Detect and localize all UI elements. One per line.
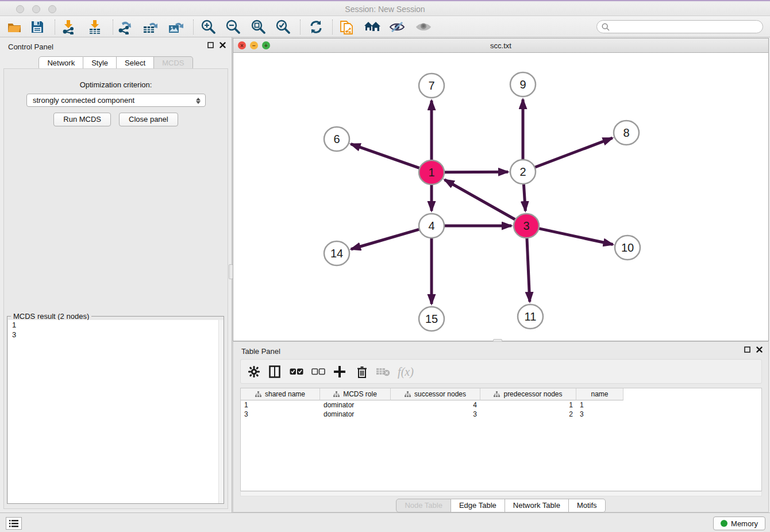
- table-cell[interactable]: 3: [391, 410, 480, 419]
- table-cell[interactable]: 2: [480, 410, 576, 419]
- table-cell[interactable]: dominator: [320, 410, 391, 419]
- node-2[interactable]: 2: [510, 160, 536, 184]
- edge-4-14[interactable]: [351, 229, 419, 249]
- node-6[interactable]: 6: [324, 127, 349, 151]
- table-row[interactable]: 1dominator411: [241, 400, 761, 410]
- open-session-icon[interactable]: [5, 19, 24, 35]
- node-label: 3: [523, 219, 529, 232]
- houses-icon[interactable]: [363, 19, 382, 35]
- edge-2-3[interactable]: [523, 184, 525, 211]
- table-cell[interactable]: 1: [480, 400, 576, 410]
- import-table-icon[interactable]: [85, 19, 105, 35]
- table-cell[interactable]: 4: [391, 400, 480, 410]
- edge-2-8[interactable]: [535, 138, 613, 167]
- export-image-icon[interactable]: [166, 19, 186, 35]
- zoom-selected-icon[interactable]: [273, 19, 292, 35]
- zoom-in-icon[interactable]: [198, 19, 218, 35]
- save-session-icon[interactable]: [28, 19, 47, 35]
- edge-3-11[interactable]: [527, 238, 530, 302]
- column-header-label: shared name: [265, 390, 305, 398]
- show-all-eye-icon[interactable]: [414, 19, 433, 35]
- column-header-MCDS-role[interactable]: MCDS role: [320, 388, 391, 400]
- node-table[interactable]: shared nameMCDS rolesuccessor nodesprede…: [240, 388, 762, 491]
- table-cell[interactable]: 1: [241, 400, 320, 410]
- add-column-plus-icon[interactable]: [331, 364, 348, 380]
- column-header-name[interactable]: name: [576, 388, 623, 400]
- control-panel-header: Control Panel: [0, 37, 232, 55]
- zoom-fit-icon[interactable]: [248, 19, 268, 35]
- edge-1-2[interactable]: [444, 172, 508, 172]
- node-11[interactable]: 11: [518, 304, 543, 329]
- toolbar-separator: [55, 20, 55, 34]
- criterion-dropdown[interactable]: strongly connected component: [26, 94, 206, 107]
- network-view-window: × − + scc.txt 1234678910111415: [233, 38, 769, 341]
- node-15[interactable]: 15: [419, 307, 444, 331]
- network-canvas[interactable]: 1234678910111415: [233, 53, 768, 341]
- column-header-successor-nodes[interactable]: successor nodes: [391, 388, 480, 400]
- mcds-result-list[interactable]: 13: [8, 320, 224, 503]
- table-tab-network-table[interactable]: Network Table: [505, 499, 569, 512]
- delete-table-icon[interactable]: [375, 364, 392, 380]
- edge-1-6[interactable]: [351, 144, 420, 168]
- table-toolbar: f(x): [240, 359, 762, 384]
- close-panel-icon[interactable]: [220, 42, 226, 48]
- select-all-icon[interactable]: [288, 364, 305, 380]
- apply-function-icon[interactable]: f(x): [397, 364, 414, 380]
- mcds-result-groupbox: MCDS result (2 nodes) 13: [7, 316, 224, 504]
- float-panel-icon[interactable]: [207, 42, 214, 48]
- edge-3-1[interactable]: [445, 180, 515, 219]
- node-3[interactable]: 3: [514, 214, 539, 238]
- node-label: 2: [519, 165, 526, 178]
- list-icon: [9, 520, 18, 527]
- edge-3-10[interactable]: [539, 229, 613, 245]
- table-settings-gear-icon[interactable]: [245, 364, 263, 380]
- node-8[interactable]: 8: [614, 121, 639, 145]
- node-7[interactable]: 7: [419, 74, 444, 98]
- column-header-shared-name[interactable]: shared name: [241, 388, 320, 400]
- window-title: Session: New Session: [0, 5, 770, 14]
- node-label: 11: [525, 310, 537, 323]
- search-icon: [602, 23, 610, 31]
- table-tab-node-table[interactable]: Node Table: [396, 499, 451, 512]
- export-network-icon[interactable]: [116, 19, 135, 35]
- application-window: Session: New Session: [0, 0, 770, 532]
- result-scrollbar[interactable]: [218, 320, 224, 503]
- node-label: 6: [333, 133, 340, 145]
- table-row[interactable]: 3dominator323: [241, 410, 761, 419]
- close-table-panel-icon[interactable]: [756, 346, 763, 353]
- table-tab-edge-table[interactable]: Edge Table: [451, 499, 505, 512]
- table-tab-motifs[interactable]: Motifs: [569, 499, 606, 512]
- import-network-icon[interactable]: [59, 19, 78, 35]
- run-mcds-button[interactable]: Run MCDS: [53, 113, 111, 126]
- network-file-icon[interactable]: [337, 19, 357, 35]
- network-window-header[interactable]: × − + scc.txt: [233, 38, 768, 53]
- memory-button[interactable]: Memory: [713, 516, 765, 530]
- zoom-out-icon[interactable]: [223, 19, 242, 35]
- main-toolbar: [0, 16, 770, 37]
- node-14[interactable]: 14: [324, 241, 349, 265]
- task-history-button[interactable]: [6, 517, 22, 530]
- network-window-title: scc.txt: [233, 41, 768, 50]
- float-table-panel-icon[interactable]: [744, 346, 750, 353]
- export-table-icon[interactable]: [141, 19, 160, 35]
- node-1[interactable]: 1: [419, 160, 444, 184]
- close-panel-button[interactable]: Close panel: [119, 113, 178, 126]
- node-4[interactable]: 4: [419, 214, 444, 238]
- status-bar: Memory: [0, 512, 770, 532]
- table-hscrollbar[interactable]: [240, 491, 762, 496]
- delete-column-trash-icon[interactable]: [353, 364, 371, 380]
- table-cell[interactable]: 3: [576, 410, 623, 419]
- title-bar: Session: New Session: [0, 2, 770, 16]
- table-cell[interactable]: 3: [241, 410, 320, 419]
- node-9[interactable]: 9: [510, 72, 536, 97]
- node-10[interactable]: 10: [615, 236, 640, 260]
- refresh-view-icon[interactable]: [306, 19, 326, 35]
- node-label: 10: [621, 241, 634, 254]
- column-header-predecessor-nodes[interactable]: predecessor nodes: [480, 388, 576, 400]
- table-cell[interactable]: 1: [576, 400, 623, 410]
- table-cell[interactable]: dominator: [320, 400, 391, 410]
- hide-selected-eye-slash-icon[interactable]: [387, 19, 407, 35]
- show-columns-icon[interactable]: [266, 364, 283, 380]
- search-input[interactable]: [613, 23, 763, 31]
- deselect-all-icon[interactable]: [310, 364, 327, 380]
